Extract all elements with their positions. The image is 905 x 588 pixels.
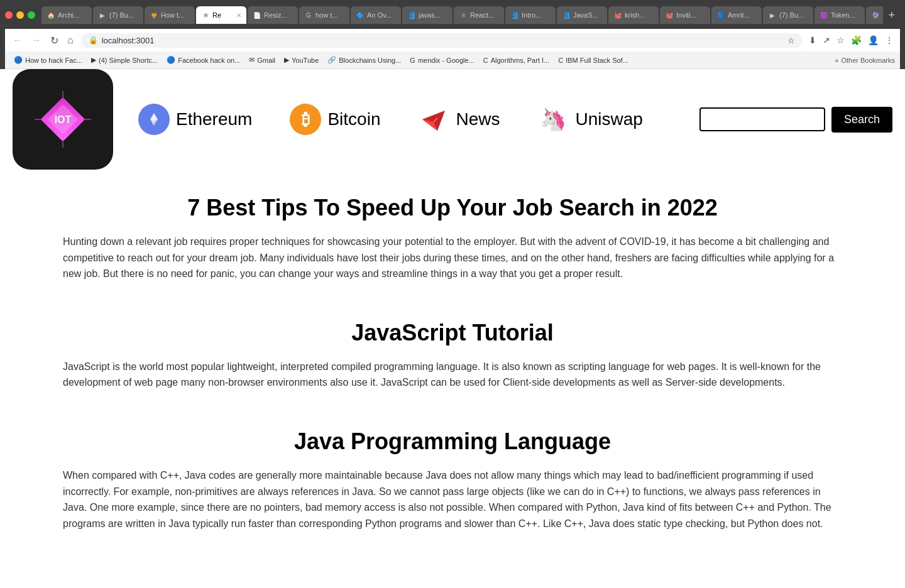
svg-text:IOT: IOT — [55, 114, 72, 125]
page-content: IOT Ethereum ₿ Bitcoin — [0, 69, 905, 588]
browser-tab-2[interactable]: 🦁How t... — [145, 6, 195, 24]
browser-tab-9[interactable]: 📘Intro... — [505, 6, 556, 24]
traffic-light-red[interactable] — [5, 11, 13, 19]
share-icon[interactable]: ↗ — [821, 34, 831, 46]
forward-button[interactable]: → — [29, 33, 44, 47]
bookmark-star-icon[interactable]: ☆ — [787, 36, 795, 45]
menu-icon[interactable]: ⋮ — [884, 34, 895, 46]
bookmark-item-6[interactable]: Gmendix - Google... — [406, 55, 478, 65]
article-title-1: JavaScript Tutorial — [63, 320, 842, 346]
toolbar-right: ⬇ ↗ ☆ 🧩 👤 ⋮ — [808, 34, 895, 46]
browser-topbar: 🏠Archi...▶(7) Bu...🦁How t...⚛Re✕📄Resiz..… — [5, 4, 900, 26]
tab-favicon: 📄 — [253, 11, 261, 19]
browser-tab-6[interactable]: 🔷An Ov... — [351, 6, 401, 24]
bitcoin-icon: ₿ — [290, 104, 321, 135]
ethereum-icon — [138, 104, 170, 135]
navbar: IOT Ethereum ₿ Bitcoin — [0, 69, 905, 170]
article-2: Java Programming Language When compared … — [63, 428, 842, 531]
browser-tab-12[interactable]: 🐙Inviti... — [660, 6, 710, 24]
browser-tab-5[interactable]: Ghow t... — [299, 6, 349, 24]
browser-tab-4[interactable]: 📄Resiz... — [248, 6, 298, 24]
url-text: localhost:3001 — [102, 36, 784, 45]
download-icon[interactable]: ⬇ — [808, 34, 818, 46]
tab-favicon: 📘 — [562, 11, 571, 19]
bookmark-favicon: ▶ — [91, 56, 96, 64]
bookmark-favicon: ▶ — [284, 56, 289, 64]
home-button[interactable]: ⌂ — [65, 33, 76, 47]
browser-chrome: 🏠Archi...▶(7) Bu...🦁How t...⚛Re✕📄Resiz..… — [0, 0, 905, 69]
bookmark-item-0[interactable]: 🔵How to hack Fac... — [10, 55, 86, 65]
extensions-icon[interactable]: 🧩 — [850, 34, 863, 46]
lock-icon: 🔒 — [89, 36, 98, 45]
traffic-light-green[interactable] — [28, 11, 35, 19]
tab-favicon: 🔷 — [356, 11, 365, 19]
nav-link-news[interactable]: News — [418, 104, 500, 135]
tab-close-icon[interactable]: ✕ — [236, 12, 241, 19]
browser-tab-13[interactable]: 🔵Amrit... — [711, 6, 762, 24]
tab-favicon: ▶ — [768, 11, 777, 19]
browser-tab-11[interactable]: 🐙krish... — [608, 6, 659, 24]
profile-icon[interactable]: 👤 — [867, 34, 880, 46]
traffic-light-yellow[interactable] — [16, 11, 24, 19]
browser-tab-7[interactable]: 📘javas... — [402, 6, 452, 24]
article-1: JavaScript Tutorial JavaScript is the wo… — [63, 320, 842, 391]
bookmark-favicon: G — [410, 57, 415, 64]
address-bar: ← → ↻ ⌂ 🔒 localhost:3001 ☆ ⬇ ↗ ☆ 🧩 👤 ⋮ — [5, 29, 900, 52]
browser-tab-1[interactable]: ▶(7) Bu... — [93, 6, 143, 24]
tab-favicon: 📘 — [407, 11, 416, 19]
browser-tab-0[interactable]: 🏠Archi... — [41, 6, 92, 24]
tab-favicon: G — [304, 11, 313, 19]
article-title-2: Java Programming Language — [63, 428, 842, 455]
search-input[interactable] — [699, 107, 825, 131]
article-body-1: JavaScript is the world most popular lig… — [63, 359, 842, 391]
bookmark-item-4[interactable]: ▶YouTube — [280, 55, 322, 65]
uniswap-label: Uniswap — [575, 109, 642, 129]
tab-favicon: 🟪 — [820, 11, 828, 19]
article-0: 7 Best Tips To Speed Up Your Job Search … — [63, 195, 842, 282]
bitcoin-label: Bitcoin — [327, 109, 380, 129]
tabs-bar: 🏠Archi...▶(7) Bu...🦁How t...⚛Re✕📄Resiz..… — [41, 6, 883, 24]
tab-favicon: 📘 — [510, 11, 519, 19]
tab-favicon: 🐙 — [613, 11, 622, 19]
nav-link-bitcoin[interactable]: ₿ Bitcoin — [290, 104, 380, 135]
bookmarks-more-button[interactable]: »Other Bookmarks — [835, 57, 895, 64]
bookmark-favicon: C — [558, 57, 563, 64]
browser-tab-8[interactable]: ⚛React... — [454, 6, 504, 24]
news-label: News — [456, 109, 500, 129]
reload-button[interactable]: ↻ — [48, 33, 61, 48]
tab-favicon: 🔮 — [871, 11, 880, 19]
new-tab-button[interactable]: + — [883, 9, 900, 22]
bookmark-item-2[interactable]: 🔵Facebook hack on... — [163, 55, 244, 65]
logo[interactable]: IOT — [13, 69, 113, 170]
search-button[interactable]: Search — [831, 107, 892, 133]
tab-favicon: ⚛ — [201, 11, 210, 19]
search-area: Search — [699, 107, 892, 133]
browser-tab-10[interactable]: 📘JavaS... — [557, 6, 607, 24]
tab-favicon: 🏠 — [47, 11, 55, 19]
browser-tab-3[interactable]: ⚛Re✕ — [196, 6, 246, 24]
bookmark-item-3[interactable]: ✉Gmail — [245, 55, 279, 65]
bookmark-item-7[interactable]: CAlgorithms, Part I... — [480, 55, 553, 65]
browser-tab-16[interactable]: 🔮Polyg... — [866, 6, 883, 24]
bookmarks-bar: 🔵How to hack Fac...▶(4) Simple Shortc...… — [5, 52, 900, 69]
bookmark-item-5[interactable]: 🔗Blockchains Using... — [324, 55, 405, 65]
article-body-0: Hunting down a relevant job requires pro… — [63, 234, 842, 282]
tab-favicon: 🐙 — [665, 11, 674, 19]
article-body-2: When compared with C++, Java codes are g… — [63, 467, 842, 531]
bookmark-item-8[interactable]: CIBM Full Stack Sof... — [554, 55, 632, 65]
uniswap-icon: 🦄 — [537, 104, 569, 135]
back-button[interactable]: ← — [10, 33, 25, 47]
nav-link-ethereum[interactable]: Ethereum — [138, 104, 252, 135]
star-icon[interactable]: ☆ — [835, 34, 846, 46]
nav-link-uniswap[interactable]: 🦄 Uniswap — [537, 104, 642, 135]
bookmark-favicon: 🔗 — [327, 56, 336, 64]
browser-tab-14[interactable]: ▶(7) Bu... — [763, 6, 813, 24]
browser-tab-15[interactable]: 🟪Token... — [814, 6, 865, 24]
news-icon — [418, 104, 449, 135]
traffic-lights — [5, 11, 35, 19]
bookmark-favicon: 🔵 — [167, 56, 175, 64]
bookmark-item-1[interactable]: ▶(4) Simple Shortc... — [87, 55, 162, 65]
tab-favicon: 🔵 — [716, 11, 725, 19]
articles-container: 7 Best Tips To Speed Up Your Job Search … — [0, 170, 905, 588]
url-bar[interactable]: 🔒 localhost:3001 ☆ — [81, 33, 803, 48]
